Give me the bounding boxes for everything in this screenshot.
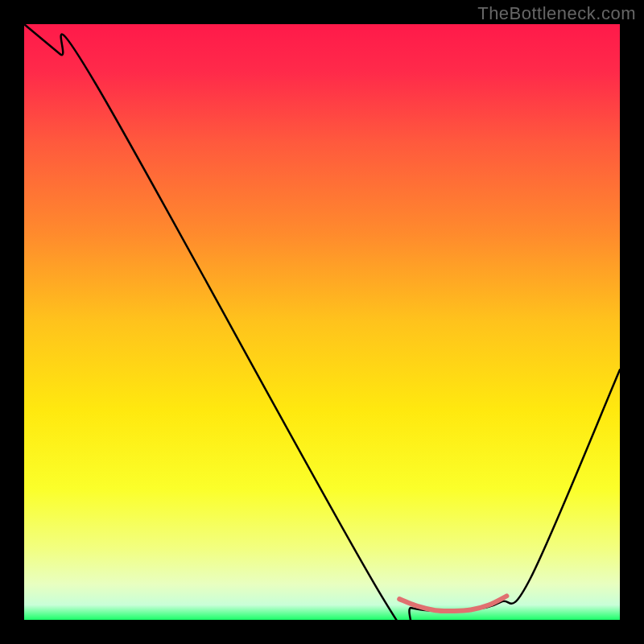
chart-svg [24, 24, 620, 620]
watermark-text: TheBottleneck.com [477, 3, 636, 24]
plot-area [24, 24, 620, 620]
